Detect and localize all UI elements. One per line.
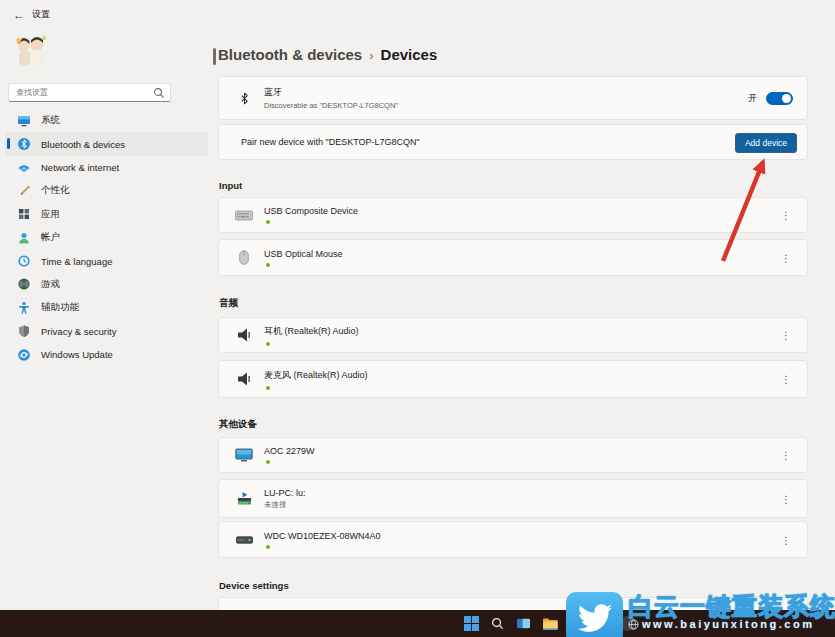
sidebar-item-personalization[interactable]: 个性化 [5, 179, 208, 202]
hidden-app-icon[interactable] [619, 615, 636, 632]
device-title: 麦克风 (Realtek(R) Audio) [264, 369, 368, 382]
add-device-button[interactable]: Add device [735, 133, 797, 153]
sidebar-item-gaming[interactable]: 游戏 [5, 273, 208, 296]
section-heading-other-devices: 其他设备 [219, 418, 257, 431]
sidebar-item-windows-update[interactable]: Windows Update [5, 343, 208, 366]
bluetooth-icon [17, 137, 31, 151]
status-dot [266, 545, 270, 549]
status-dot [266, 263, 270, 267]
sidebar-item-apps[interactable]: 应用 [5, 203, 208, 226]
sidebar-scrollbar[interactable] [213, 48, 216, 65]
sidebar-item-system[interactable]: 系统 [5, 109, 208, 132]
device-title: USB Optical Mouse [264, 249, 343, 259]
sidebar-item-label: 应用 [41, 208, 60, 221]
pair-device-card: Pair new device with "DESKTOP-L7G8CQN" A… [218, 124, 808, 160]
bluetooth-toggle-card: 蓝牙 Discoverable as "DESKTOP-L7G8CQN" 开 [218, 76, 808, 120]
network-icon [17, 160, 31, 174]
media-device-icon [233, 491, 255, 506]
speaker-icon [233, 328, 255, 342]
status-dot [266, 220, 270, 224]
device-title: 耳机 (Realtek(R) Audio) [264, 325, 359, 338]
mouse-icon [233, 250, 255, 265]
more-options-button[interactable]: ⋮ [779, 252, 793, 263]
device-row-usb-composite[interactable]: USB Composite Device ⋮ [218, 197, 808, 233]
monitor-icon [233, 448, 255, 462]
breadcrumb-current: Devices [381, 46, 438, 63]
device-settings-card-partial[interactable] [218, 597, 808, 610]
user-avatar[interactable] [14, 34, 48, 72]
section-heading-input: Input [219, 180, 242, 191]
taskbar-search-icon[interactable] [489, 615, 506, 632]
search-icon[interactable] [152, 86, 166, 100]
bluetooth-glyph-icon [233, 91, 255, 106]
speaker-icon [233, 372, 255, 386]
device-row-headphones[interactable]: 耳机 (Realtek(R) Audio) ⋮ [218, 317, 808, 353]
accessibility-icon [17, 301, 31, 315]
time-language-icon [17, 254, 31, 268]
titlebar: ← 设置 [0, 0, 835, 30]
sidebar-nav: 系统 Bluetooth & devices Network & interne… [5, 109, 208, 366]
window-title: 设置 [32, 8, 50, 21]
bluetooth-title: 蓝牙 [264, 86, 398, 99]
status-dot [266, 386, 270, 390]
sidebar-item-time-language[interactable]: Time & language [5, 249, 208, 272]
start-icon[interactable] [463, 615, 480, 632]
bluetooth-subtitle: Discoverable as "DESKTOP-L7G8CQN" [264, 101, 398, 110]
more-options-button[interactable]: ⋮ [779, 493, 793, 504]
sidebar-item-label: 帐户 [41, 231, 60, 244]
sidebar-item-label: 系统 [41, 114, 60, 127]
sidebar: 系统 Bluetooth & devices Network & interne… [0, 30, 212, 610]
taskbar [0, 610, 835, 637]
privacy-icon [17, 324, 31, 338]
status-dot [266, 342, 270, 346]
harddrive-icon [233, 536, 255, 544]
toggle-on-label: 开 [748, 92, 757, 105]
device-row-harddrive[interactable]: WDC WD10EZEX-08WN4A0 ⋮ [218, 521, 808, 558]
keyboard-icon [233, 210, 255, 221]
more-options-button[interactable]: ⋮ [779, 330, 793, 341]
gaming-icon [17, 277, 31, 291]
device-title: WDC WD10EZEX-08WN4A0 [264, 531, 381, 541]
sidebar-item-accessibility[interactable]: 辅助功能 [5, 296, 208, 319]
search-box [8, 83, 171, 102]
system-icon [17, 114, 31, 128]
device-title: USB Composite Device [264, 206, 358, 216]
pair-device-label: Pair new device with "DESKTOP-L7G8CQN" [241, 137, 420, 147]
breadcrumb-parent[interactable]: Bluetooth & devices [218, 46, 362, 63]
sidebar-item-label: 游戏 [41, 278, 60, 291]
device-row-usb-mouse[interactable]: USB Optical Mouse ⋮ [218, 239, 808, 276]
more-options-button[interactable]: ⋮ [779, 374, 793, 385]
sidebar-item-label: Privacy & security [41, 326, 117, 337]
device-row-media-server[interactable]: LU-PC: lu: 未连接 ⋮ [218, 479, 808, 518]
sidebar-item-label: Bluetooth & devices [41, 139, 125, 150]
device-status-text: 未连接 [264, 500, 306, 510]
sidebar-item-accounts[interactable]: 帐户 [5, 226, 208, 249]
sidebar-item-bluetooth-devices[interactable]: Bluetooth & devices [5, 132, 208, 155]
chrome-icon[interactable] [567, 615, 584, 632]
more-options-button[interactable]: ⋮ [779, 450, 793, 461]
device-row-microphone[interactable]: 麦克风 (Realtek(R) Audio) ⋮ [218, 360, 808, 398]
sidebar-item-network-internet[interactable]: Network & internet [5, 156, 208, 179]
sidebar-item-label: 辅助功能 [41, 301, 79, 314]
sidebar-item-label: Network & internet [41, 162, 119, 173]
breadcrumb: Bluetooth & devices›Devices [218, 46, 437, 63]
hidden-app-icon[interactable] [593, 615, 610, 632]
sidebar-item-privacy-security[interactable]: Privacy & security [5, 320, 208, 343]
toggle-knob [782, 94, 791, 103]
more-options-button[interactable]: ⋮ [779, 210, 793, 221]
breadcrumb-separator-icon: › [362, 48, 380, 63]
task-view-icon[interactable] [515, 615, 532, 632]
file-explorer-icon[interactable] [541, 615, 558, 632]
more-options-button[interactable]: ⋮ [779, 534, 793, 545]
windows-update-icon [17, 348, 31, 362]
search-input[interactable] [9, 88, 152, 97]
device-row-monitor[interactable]: AOC 2279W ⋮ [218, 437, 808, 473]
back-button[interactable]: ← [10, 7, 28, 23]
bluetooth-toggle[interactable] [766, 92, 793, 105]
sidebar-item-label: 个性化 [41, 184, 70, 197]
device-title: AOC 2279W [264, 446, 315, 456]
status-dot [266, 460, 270, 464]
section-heading-audio: 音频 [219, 297, 238, 310]
sidebar-item-label: Time & language [41, 256, 112, 267]
personalization-icon [17, 184, 31, 198]
